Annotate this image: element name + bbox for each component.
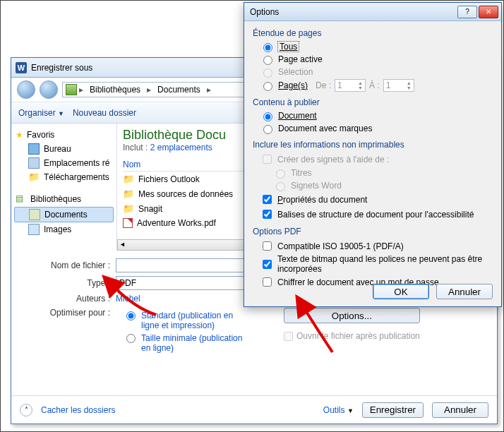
chevron-right-icon[interactable]: ▸: [77, 85, 85, 95]
check-balises[interactable]: Balises de structure de document pour l'…: [260, 208, 493, 221]
label-auteurs: Auteurs :: [25, 294, 110, 304]
nav-bibliotheques[interactable]: ▤Bibliothèques: [14, 191, 114, 207]
label-filename: Nom de fichier :: [25, 260, 110, 270]
recent-icon: [28, 157, 40, 169]
folder-icon: 📁: [123, 203, 134, 214]
from-stepper[interactable]: 1▲▼: [335, 79, 366, 92]
options-button[interactable]: Options...: [284, 308, 420, 323]
libraries-icon: ▤: [16, 193, 27, 205]
check-signets[interactable]: Créer des signets à l'aide de :: [260, 152, 493, 166]
ok-button[interactable]: OK: [373, 284, 429, 299]
documents-icon: [29, 209, 40, 220]
hide-folders-link[interactable]: Cacher les dossiers: [41, 405, 115, 415]
save-title: Enregistrer sous: [31, 63, 92, 73]
nav-documents[interactable]: Documents: [14, 207, 114, 222]
breadcrumb-seg-libraries[interactable]: Bibliothèques: [85, 85, 145, 95]
pdf-icon: [123, 218, 133, 228]
radio-marques[interactable]: Document avec marques: [260, 123, 493, 134]
chevron-right-icon[interactable]: ▸: [205, 85, 213, 95]
folder-icon: 📁: [123, 188, 134, 199]
label-optimiser: Optimiser pour :: [25, 308, 110, 356]
nav-images[interactable]: Images: [14, 222, 114, 236]
radio-document[interactable]: Document: [260, 110, 493, 121]
save-button[interactable]: Enregistrer: [362, 402, 424, 418]
dropdown-icon: ▼: [58, 110, 64, 117]
group-pdf: Options PDF Compatible ISO 19005-1 (PDF/…: [253, 227, 493, 289]
options-titlebar[interactable]: Options ? ✕: [244, 3, 501, 21]
dropdown-icon: ▼: [347, 407, 354, 414]
save-footer: ˄ Cacher les dossiers Outils ▼ Enregistr…: [11, 395, 497, 424]
new-folder-button[interactable]: Nouveau dossier: [73, 108, 136, 118]
breadcrumb-seg-documents[interactable]: Documents: [153, 85, 205, 95]
star-icon: ★: [16, 130, 23, 140]
type-combo[interactable]: PDF▾: [116, 276, 257, 290]
nav-forward-button[interactable]: [40, 80, 58, 99]
radio-titres: Titres: [272, 167, 493, 179]
downloads-icon: 📁: [28, 172, 40, 183]
group-nonimp: Inclure les informations non imprimables…: [253, 140, 493, 221]
screenshot-canvas: W Enregistrer sous ▸ Bibliothèques ▸ Doc…: [0, 0, 504, 432]
radio-word: Signets Word: [272, 180, 493, 191]
radio-pages-range[interactable]: Page(s) De : 1▲▼ À : 1▲▼: [260, 79, 493, 92]
radio-selection: Sélection: [260, 66, 493, 78]
author-link[interactable]: Michel: [116, 294, 140, 304]
chevron-up-icon[interactable]: ˄: [20, 404, 32, 416]
label-type: Type :: [25, 278, 110, 288]
nav-telechargements[interactable]: 📁Téléchargements: [14, 170, 114, 184]
images-icon: [28, 224, 40, 235]
check-bitmap[interactable]: Texte de bitmap quand les polices ne peu…: [260, 254, 493, 274]
nav-bureau[interactable]: Bureau: [14, 142, 114, 156]
word-icon: W: [16, 62, 27, 73]
radio-min[interactable]: Taille minimale (publication en ligne): [123, 333, 250, 353]
cancel-button[interactable]: Annuler: [436, 284, 493, 299]
group-pages: Étendue de pages Tous Page active Sélect…: [253, 28, 493, 92]
chevron-right-icon[interactable]: ▸: [145, 85, 153, 95]
radio-page-active[interactable]: Page active: [260, 54, 493, 65]
close-button[interactable]: ✕: [479, 6, 498, 18]
options-dialog: Options ? ✕ Étendue de pages Tous Page a…: [244, 2, 502, 307]
options-title: Options: [250, 7, 279, 17]
help-button[interactable]: ?: [457, 6, 477, 18]
nav-emplacements[interactable]: Emplacements ré: [14, 156, 114, 170]
nav-back-button[interactable]: [17, 80, 35, 99]
check-props[interactable]: PPropriétés du documentropriétés du docu…: [260, 193, 493, 206]
to-stepper[interactable]: 1▲▼: [383, 79, 414, 92]
folder-icon: 📁: [123, 174, 134, 184]
library-icon: [66, 84, 77, 95]
nav-favoris[interactable]: ★Favoris: [14, 128, 114, 142]
tools-menu[interactable]: Outils ▼: [323, 405, 354, 415]
emplacements-link[interactable]: 2 emplacements: [150, 143, 212, 152]
radio-tous[interactable]: Tous: [260, 41, 493, 52]
desktop-icon: [28, 143, 40, 155]
group-contenu: Contenu à publier Document Document avec…: [253, 97, 493, 134]
cancel-button[interactable]: Annuler: [432, 402, 488, 418]
organize-button[interactable]: Organiser ▼: [18, 108, 64, 118]
radio-standard[interactable]: Standard (publication en ligne et impres…: [123, 311, 250, 330]
nav-pane: ★Favoris Bureau Emplacements ré 📁Télécha…: [11, 124, 117, 251]
open-after-checkbox[interactable]: Ouvrir le fichier après publication: [284, 331, 420, 341]
check-iso[interactable]: Compatible ISO 19005-1 (PDF/A): [260, 239, 493, 253]
